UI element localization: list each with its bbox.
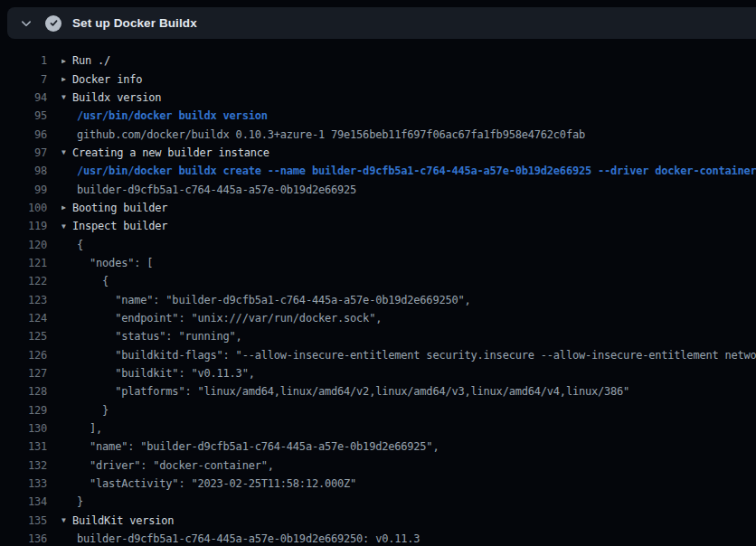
group-toggle-icon[interactable]: ▶ (61, 56, 72, 64)
log-line-content: "lastActivity": "2023-02-25T11:58:12.000… (61, 477, 756, 490)
line-number[interactable]: 130 (0, 422, 47, 435)
log-line[interactable]: 1 ▶ Run ./ (0, 52, 756, 70)
line-number[interactable]: 122 (0, 275, 47, 287)
log-text: } (77, 404, 109, 417)
actions-log-viewer: Set up Docker Buildx 1 ▶ Run ./ 7 ▶ Dock… (0, 0, 756, 546)
log-text: "status": "running", (77, 330, 242, 343)
log-text: "lastActivity": "2023-02-25T11:58:12.000… (77, 477, 356, 490)
line-number[interactable]: 97 (0, 146, 47, 159)
log-text: "nodes": [ (77, 257, 153, 269)
log-line: 96 github.com/docker/buildx 0.10.3+azure… (0, 125, 756, 143)
log-text: builder-d9cfb5a1-c764-445a-a57e-0b19d2e6… (77, 532, 420, 545)
log-line-content: ▼ Creating a new builder instance (61, 146, 756, 159)
log-text: "buildkitd-flags": "--allow-insecure-ent… (77, 349, 756, 362)
group-toggle-icon[interactable]: ▶ (61, 203, 72, 212)
line-number[interactable]: 128 (0, 385, 47, 398)
group-toggle-icon[interactable]: ▼ (61, 148, 72, 156)
line-number[interactable]: 132 (0, 459, 47, 472)
log-line-content: "buildkit": "v0.11.3", (61, 367, 756, 380)
line-number[interactable]: 100 (0, 202, 47, 214)
log-line[interactable]: 135 ▼ BuildKit version (0, 512, 756, 530)
log-line-content: ▼ BuildKit version (61, 514, 756, 527)
log-line-content: "name": "builder-d9cfb5a1-c764-445a-a57e… (61, 294, 756, 306)
line-number[interactable]: 124 (0, 312, 47, 325)
line-number[interactable]: 121 (0, 257, 47, 269)
log-text: /usr/bin/docker buildx version (77, 109, 268, 122)
log-line-content: ▶ Booting builder (61, 202, 756, 214)
group-toggle-icon[interactable]: ▼ (61, 516, 72, 524)
log-line[interactable]: 7 ▶ Docker info (0, 70, 756, 88)
line-number[interactable]: 136 (0, 532, 47, 545)
line-number[interactable]: 99 (0, 184, 47, 196)
log-line[interactable]: 94 ▼ Buildx version (0, 89, 756, 107)
log-line[interactable]: 100 ▶ Booting builder (0, 199, 756, 217)
log-line: 134 } (0, 493, 756, 511)
line-number[interactable]: 123 (0, 294, 47, 306)
group-toggle-icon[interactable]: ▼ (61, 93, 72, 101)
line-number[interactable]: 96 (0, 128, 47, 141)
log-line: 129 } (0, 401, 756, 419)
log-line-content: ▼ Inspect builder (61, 220, 756, 232)
log-text: /usr/bin/docker buildx create --name bui… (77, 165, 756, 177)
line-number[interactable]: 120 (0, 239, 47, 251)
line-number[interactable]: 135 (0, 514, 47, 527)
log-line: 121 "nodes": [ (0, 254, 756, 272)
log-line: 126 "buildkitd-flags": "--allow-insecure… (0, 346, 756, 364)
line-number[interactable]: 127 (0, 367, 47, 380)
log-text: "endpoint": "unix:///var/run/docker.sock… (77, 312, 382, 325)
log-line: 123 "name": "builder-d9cfb5a1-c764-445a-… (0, 290, 756, 308)
log-line-content: "name": "builder-d9cfb5a1-c764-445a-a57e… (61, 440, 756, 453)
log-line-content: { (61, 275, 756, 287)
log-line: 98 /usr/bin/docker buildx create --name … (0, 162, 756, 180)
log-text: { (77, 275, 109, 287)
log-line: 130 ], (0, 419, 756, 438)
line-number[interactable]: 7 (0, 73, 47, 86)
line-number[interactable]: 126 (0, 349, 47, 362)
line-number[interactable]: 131 (0, 440, 47, 453)
log-line-content: ], (61, 422, 756, 435)
group-toggle-icon[interactable]: ▼ (61, 221, 72, 230)
log-line: 128 "platforms": "linux/amd64,linux/amd6… (0, 382, 756, 400)
log-line-content: } (61, 495, 756, 508)
log-line: 132 "driver": "docker-container", (0, 457, 756, 475)
log-line[interactable]: 119 ▼ Inspect builder (0, 217, 756, 235)
log-line: 127 "buildkit": "v0.11.3", (0, 364, 756, 382)
log-line-content: "driver": "docker-container", (61, 459, 756, 472)
line-number[interactable]: 134 (0, 495, 47, 508)
log-line: 133 "lastActivity": "2023-02-25T11:58:12… (0, 475, 756, 493)
log-line-content: ▼ Buildx version (61, 91, 756, 104)
log-text: builder-d9cfb5a1-c764-445a-a57e-0b19d2e6… (77, 184, 356, 196)
log-line-content: /usr/bin/docker buildx version (61, 109, 756, 122)
log-line-content: ▶ Docker info (61, 73, 756, 86)
log-line-content: github.com/docker/buildx 0.10.3+azure-1 … (61, 128, 756, 141)
log-text: Inspect builder (72, 220, 167, 232)
log-line-content: builder-d9cfb5a1-c764-445a-a57e-0b19d2e6… (61, 532, 756, 545)
log-line-content: { (61, 239, 756, 251)
log-line-content: "nodes": [ (61, 257, 756, 269)
line-number[interactable]: 1 (0, 54, 47, 67)
step-header[interactable]: Set up Docker Buildx (7, 7, 756, 39)
line-number[interactable]: 98 (0, 165, 47, 177)
log-text: Booting builder (72, 202, 167, 214)
log-line-content: "platforms": "linux/amd64,linux/amd64/v2… (61, 385, 756, 398)
log-text: BuildKit version (72, 514, 174, 527)
group-toggle-icon[interactable]: ▶ (61, 75, 72, 83)
log-text: "driver": "docker-container", (77, 459, 274, 472)
line-number[interactable]: 125 (0, 330, 47, 343)
log-line-content: "endpoint": "unix:///var/run/docker.sock… (61, 312, 756, 325)
line-number[interactable]: 119 (0, 220, 47, 232)
log-line[interactable]: 97 ▼ Creating a new builder instance (0, 144, 756, 162)
log-text: } (77, 495, 83, 508)
line-number[interactable]: 95 (0, 109, 47, 122)
line-number[interactable]: 94 (0, 91, 47, 104)
chevron-down-icon[interactable] (19, 16, 33, 31)
log-line: 99 builder-d9cfb5a1-c764-445a-a57e-0b19d… (0, 180, 756, 198)
log-text: "buildkit": "v0.11.3", (77, 367, 255, 380)
step-title: Set up Docker Buildx (72, 16, 197, 30)
line-number[interactable]: 133 (0, 477, 47, 490)
log-text: ], (77, 422, 102, 435)
log-line-content: "status": "running", (61, 330, 756, 343)
log-text: github.com/docker/buildx 0.10.3+azure-1 … (77, 128, 585, 141)
log-text: Run ./ (72, 54, 110, 67)
line-number[interactable]: 129 (0, 404, 47, 417)
